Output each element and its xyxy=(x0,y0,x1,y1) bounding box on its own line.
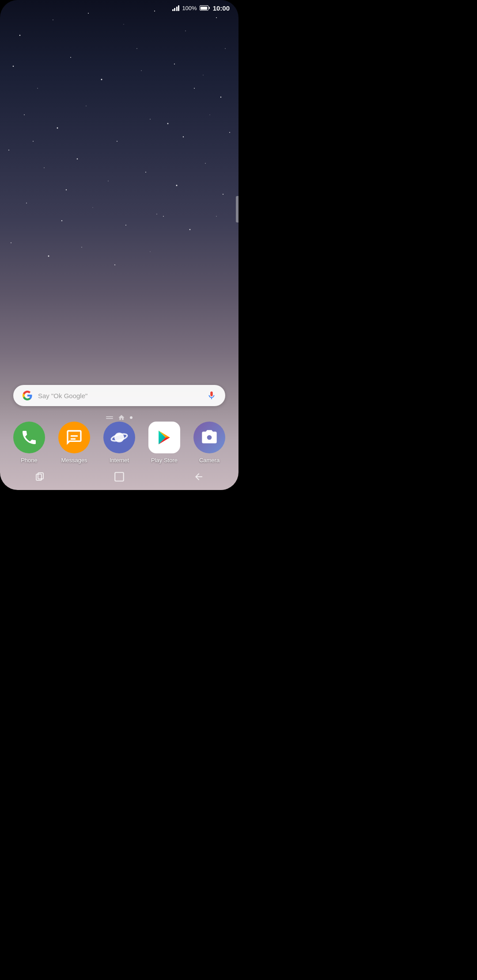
svg-point-17 xyxy=(57,128,58,129)
play-store-icon[interactable] xyxy=(148,422,180,453)
svg-point-1 xyxy=(53,19,53,20)
svg-point-42 xyxy=(114,264,115,265)
phone-screen: 100% 10:00 Say "Ok Google" xyxy=(0,0,238,490)
svg-point-21 xyxy=(183,136,184,137)
camera-icon[interactable] xyxy=(193,422,225,453)
svg-point-19 xyxy=(117,141,117,142)
svg-point-12 xyxy=(136,48,137,49)
svg-rect-51 xyxy=(71,438,76,440)
svg-point-16 xyxy=(24,114,25,115)
svg-point-24 xyxy=(8,150,9,151)
status-time: 10:00 xyxy=(213,4,230,12)
svg-point-46 xyxy=(194,88,195,89)
internet-icon[interactable] xyxy=(103,422,135,453)
navigation-bar xyxy=(0,466,238,490)
battery-percent-text: 100% xyxy=(182,5,197,11)
svg-point-28 xyxy=(145,172,146,173)
dock-app-play-store[interactable]: Play Store xyxy=(148,422,180,464)
svg-point-32 xyxy=(26,203,27,204)
svg-point-5 xyxy=(185,30,186,31)
phone-icon[interactable] xyxy=(13,422,45,453)
svg-point-43 xyxy=(150,251,150,252)
svg-point-40 xyxy=(48,256,49,257)
dock-app-messages[interactable]: Messages xyxy=(58,422,90,464)
svg-rect-50 xyxy=(71,435,78,437)
svg-point-7 xyxy=(225,48,226,49)
status-bar: 100% 10:00 xyxy=(0,0,238,16)
svg-point-18 xyxy=(86,106,86,106)
camera-label: Camera xyxy=(199,457,220,464)
svg-point-44 xyxy=(167,123,169,124)
battery-icon xyxy=(200,5,208,11)
recents-button[interactable] xyxy=(32,469,48,485)
svg-point-0 xyxy=(19,35,20,36)
svg-point-22 xyxy=(209,114,210,115)
svg-point-31 xyxy=(223,194,223,195)
signal-strength-icon xyxy=(172,5,180,11)
svg-rect-56 xyxy=(115,472,124,481)
dock-app-phone[interactable]: Phone xyxy=(13,422,45,464)
page-indicator xyxy=(0,414,238,422)
svg-point-34 xyxy=(92,207,93,207)
svg-point-9 xyxy=(37,88,38,88)
mic-icon[interactable] xyxy=(207,391,216,400)
dock: Phone Messages Internet xyxy=(0,422,238,464)
nav-dot-home xyxy=(117,414,125,422)
svg-point-20 xyxy=(150,119,151,120)
dock-app-internet[interactable]: Internet xyxy=(103,422,135,464)
svg-point-30 xyxy=(205,163,206,164)
google-g-logo xyxy=(22,390,33,401)
svg-point-37 xyxy=(189,229,191,230)
google-search-bar[interactable]: Say "Ok Google" xyxy=(13,385,225,406)
svg-point-49 xyxy=(163,216,164,217)
svg-point-38 xyxy=(216,216,216,216)
svg-point-6 xyxy=(216,17,217,18)
svg-point-36 xyxy=(156,214,157,215)
svg-point-48 xyxy=(66,189,67,190)
svg-point-11 xyxy=(101,79,102,80)
back-button[interactable] xyxy=(191,469,207,485)
svg-point-25 xyxy=(44,167,45,168)
nav-dot-lines xyxy=(106,416,113,419)
messages-icon[interactable] xyxy=(58,422,90,453)
svg-point-26 xyxy=(77,158,78,160)
right-edge-indicator xyxy=(236,196,238,222)
svg-point-45 xyxy=(33,141,34,142)
svg-point-15 xyxy=(220,97,221,98)
svg-point-14 xyxy=(203,75,203,75)
svg-point-8 xyxy=(13,66,14,67)
messages-label: Messages xyxy=(61,457,87,464)
svg-point-41 xyxy=(81,247,82,248)
search-bar-placeholder[interactable]: Say "Ok Google" xyxy=(38,392,201,400)
search-bar-container[interactable]: Say "Ok Google" xyxy=(13,385,225,406)
svg-point-3 xyxy=(123,24,124,24)
phone-label: Phone xyxy=(21,457,38,464)
svg-point-23 xyxy=(229,132,230,133)
svg-point-47 xyxy=(141,70,141,71)
svg-point-10 xyxy=(70,57,71,58)
svg-point-39 xyxy=(11,242,11,243)
home-button[interactable] xyxy=(111,469,127,485)
play-store-label: Play Store xyxy=(151,457,178,464)
internet-label: Internet xyxy=(110,457,129,464)
nav-dot-page2 xyxy=(130,416,132,419)
svg-point-33 xyxy=(61,220,62,221)
dock-app-camera[interactable]: Camera xyxy=(193,422,225,464)
svg-point-27 xyxy=(108,181,108,181)
svg-point-35 xyxy=(125,225,126,226)
svg-point-13 xyxy=(174,64,175,64)
svg-point-29 xyxy=(176,185,178,186)
